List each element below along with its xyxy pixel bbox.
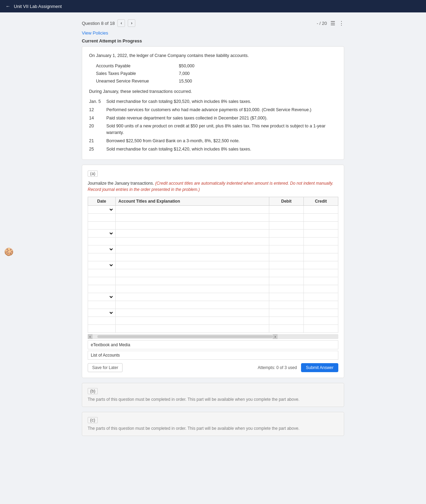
account-input-3-3[interactable] — [117, 286, 268, 292]
list-of-accounts-link[interactable]: List of Accounts — [88, 351, 338, 360]
credit-input-3-1[interactable] — [305, 270, 337, 276]
debit-input-4-0[interactable] — [271, 294, 302, 300]
account-cell-0-0[interactable] — [116, 206, 269, 214]
credit-cell-3-1[interactable] — [304, 269, 338, 277]
debit-cell-3-2[interactable] — [269, 277, 304, 285]
date-select-4[interactable]: Jan. 5Jan. 12Jan. 14Jan. 20Jan. 21Jan. 2… — [89, 294, 114, 300]
view-policies-link[interactable]: View Policies — [82, 30, 108, 36]
debit-input-5-2[interactable] — [271, 326, 302, 332]
debit-input-2-1[interactable] — [271, 254, 302, 260]
table-row[interactable] — [88, 317, 338, 325]
date-cell-3[interactable]: Jan. 5Jan. 12Jan. 14Jan. 20Jan. 21Jan. 2… — [88, 261, 116, 269]
table-row[interactable] — [88, 238, 338, 245]
debit-cell-5-2[interactable] — [269, 325, 304, 333]
account-input-2-1[interactable] — [117, 254, 268, 260]
debit-input-5-0[interactable] — [271, 310, 302, 316]
credit-cell-2-1[interactable] — [304, 253, 338, 261]
table-row[interactable] — [88, 222, 338, 230]
debit-cell-0-2[interactable] — [269, 222, 304, 230]
date-select-1[interactable]: Jan. 5Jan. 12Jan. 14Jan. 20Jan. 21Jan. 2… — [89, 231, 114, 236]
table-row[interactable] — [88, 285, 338, 293]
prev-question-button[interactable]: ‹ — [117, 19, 125, 27]
account-input-3-2[interactable] — [117, 278, 268, 284]
credit-cell-0-1[interactable] — [304, 214, 338, 222]
account-cell-4-1[interactable] — [116, 301, 269, 309]
table-row[interactable] — [88, 269, 338, 277]
debit-cell-3-1[interactable] — [269, 269, 304, 277]
date-cell-0[interactable]: Jan. 5Jan. 12Jan. 14Jan. 20Jan. 21Jan. 2… — [88, 206, 116, 214]
account-cell-3-3[interactable] — [116, 285, 269, 293]
account-cell-5-2[interactable] — [116, 325, 269, 333]
credit-cell-4-1[interactable] — [304, 301, 338, 309]
more-options-button[interactable]: ⋮ — [339, 20, 344, 27]
account-input-3-0[interactable] — [117, 262, 268, 268]
debit-cell-3-3[interactable] — [269, 285, 304, 293]
account-cell-3-1[interactable] — [116, 269, 269, 277]
account-cell-3-0[interactable] — [116, 261, 269, 269]
account-input-1-0[interactable] — [117, 230, 268, 236]
credit-input-3-2[interactable] — [305, 278, 337, 284]
credit-input-5-0[interactable] — [305, 310, 337, 316]
table-row[interactable] — [88, 301, 338, 309]
account-input-4-0[interactable] — [117, 294, 268, 300]
table-row[interactable] — [88, 277, 338, 285]
debit-input-5-1[interactable] — [271, 318, 302, 324]
account-cell-2-0[interactable] — [116, 245, 269, 253]
debit-cell-1-0[interactable] — [269, 230, 304, 238]
debit-cell-2-1[interactable] — [269, 253, 304, 261]
credit-input-3-3[interactable] — [305, 286, 337, 292]
debit-input-0-0[interactable] — [271, 206, 302, 213]
account-cell-2-1[interactable] — [116, 253, 269, 261]
credit-cell-4-0[interactable] — [304, 293, 338, 301]
credit-input-0-1[interactable] — [305, 214, 337, 221]
account-cell-0-1[interactable] — [116, 214, 269, 222]
debit-cell-1-1[interactable] — [269, 238, 304, 245]
cookie-icon[interactable]: 🍪 — [4, 248, 13, 256]
account-input-3-1[interactable] — [117, 270, 268, 276]
etextbook-link[interactable]: eTextbook and Media — [88, 340, 338, 349]
credit-cell-1-1[interactable] — [304, 238, 338, 245]
date-cell-2[interactable]: Jan. 5Jan. 12Jan. 14Jan. 20Jan. 21Jan. 2… — [88, 245, 116, 253]
table-row[interactable] — [88, 214, 338, 222]
credit-input-1-0[interactable] — [305, 230, 337, 236]
account-cell-3-2[interactable] — [116, 277, 269, 285]
account-cell-1-1[interactable] — [116, 238, 269, 245]
table-row[interactable]: Jan. 5Jan. 12Jan. 14Jan. 20Jan. 21Jan. 2… — [88, 206, 338, 214]
debit-input-3-3[interactable] — [271, 286, 302, 292]
credit-input-5-1[interactable] — [305, 318, 337, 324]
date-select-3[interactable]: Jan. 5Jan. 12Jan. 14Jan. 20Jan. 21Jan. 2… — [89, 262, 114, 268]
account-cell-4-0[interactable] — [116, 293, 269, 301]
credit-input-0-0[interactable] — [305, 206, 337, 213]
table-row[interactable]: Jan. 5Jan. 12Jan. 14Jan. 20Jan. 21Jan. 2… — [88, 245, 338, 253]
submit-answer-button[interactable]: Submit Answer — [301, 363, 338, 372]
debit-input-0-1[interactable] — [271, 214, 302, 221]
debit-input-1-1[interactable] — [271, 238, 302, 244]
credit-input-1-1[interactable] — [305, 238, 337, 244]
account-input-0-0[interactable] — [117, 206, 268, 213]
account-input-1-1[interactable] — [117, 238, 268, 244]
debit-cell-4-1[interactable] — [269, 301, 304, 309]
debit-input-3-1[interactable] — [271, 270, 302, 276]
credit-input-4-1[interactable] — [305, 302, 337, 308]
credit-input-2-1[interactable] — [305, 254, 337, 260]
credit-cell-1-0[interactable] — [304, 230, 338, 238]
credit-cell-5-2[interactable] — [304, 325, 338, 333]
account-cell-1-0[interactable] — [116, 230, 269, 238]
credit-cell-5-0[interactable] — [304, 309, 338, 317]
credit-cell-3-3[interactable] — [304, 285, 338, 293]
debit-input-3-0[interactable] — [271, 262, 302, 268]
date-cell-1[interactable]: Jan. 5Jan. 12Jan. 14Jan. 20Jan. 21Jan. 2… — [88, 230, 116, 238]
account-input-5-0[interactable] — [117, 310, 268, 316]
credit-input-3-0[interactable] — [305, 262, 337, 268]
debit-input-2-0[interactable] — [271, 246, 302, 252]
scroll-right-button[interactable]: › — [273, 334, 278, 339]
credit-cell-0-2[interactable] — [304, 222, 338, 230]
date-cell-5[interactable]: Jan. 5Jan. 12Jan. 14Jan. 20Jan. 21Jan. 2… — [88, 309, 116, 317]
date-cell-4[interactable]: Jan. 5Jan. 12Jan. 14Jan. 20Jan. 21Jan. 2… — [88, 293, 116, 301]
debit-cell-0-0[interactable] — [269, 206, 304, 214]
account-cell-0-2[interactable] — [116, 222, 269, 230]
date-select-0[interactable]: Jan. 5Jan. 12Jan. 14Jan. 20Jan. 21Jan. 2… — [89, 207, 114, 212]
debit-cell-5-1[interactable] — [269, 317, 304, 325]
credit-cell-0-0[interactable] — [304, 206, 338, 214]
credit-input-2-0[interactable] — [305, 246, 337, 252]
